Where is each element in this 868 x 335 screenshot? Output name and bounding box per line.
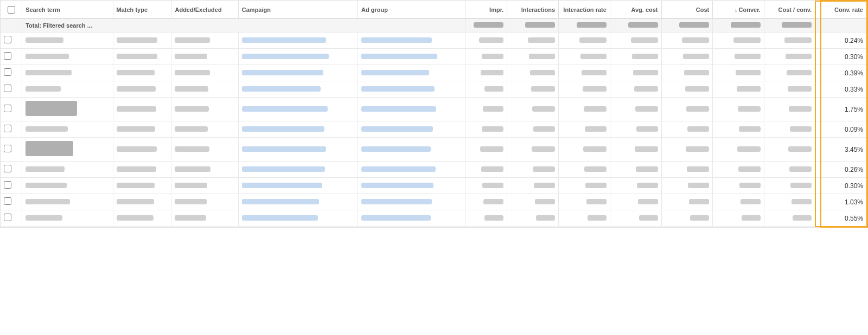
row-match-type	[113, 65, 171, 81]
blur-bar	[533, 166, 555, 172]
row-interaction-rate	[559, 98, 610, 121]
row-check[interactable]	[1, 65, 22, 81]
row-checkbox[interactable]	[4, 165, 11, 172]
header-added-excluded[interactable]: Added/Excluded	[171, 1, 238, 18]
row-checkbox[interactable]	[4, 105, 11, 112]
row-interactions	[507, 49, 559, 65]
blur-bar	[735, 54, 761, 59]
row-avg-cost	[610, 81, 661, 98]
row-interactions	[507, 194, 559, 210]
row-interactions	[507, 162, 559, 178]
blur-bar	[686, 146, 709, 152]
row-checkbox[interactable]	[4, 85, 11, 92]
row-check[interactable]	[1, 98, 22, 121]
row-check[interactable]	[1, 81, 22, 98]
row-conver	[713, 33, 764, 49]
row-cost	[661, 121, 713, 138]
row-campaign	[238, 33, 358, 49]
blur-bar	[685, 86, 709, 92]
header-conv-rate[interactable]: Conv. rate	[815, 1, 867, 18]
row-added-excluded	[171, 210, 238, 227]
header-cost[interactable]: Cost	[661, 1, 713, 18]
header-avg-cost[interactable]: Avg. cost	[610, 1, 661, 18]
row-search-term	[22, 162, 113, 178]
blur-bar	[793, 215, 812, 221]
blur-bar	[25, 37, 63, 43]
table-row: 0.30%	[1, 178, 867, 194]
row-conv-rate: 1.03%	[815, 194, 867, 210]
row-impr	[465, 81, 507, 98]
header-campaign[interactable]: Campaign	[238, 1, 358, 18]
blur-bar	[686, 106, 709, 112]
header-checkbox-cell	[1, 1, 22, 18]
row-impr	[465, 162, 507, 178]
row-check[interactable]	[1, 210, 22, 227]
row-check[interactable]	[1, 121, 22, 138]
row-avg-cost	[610, 194, 661, 210]
blur-bar	[733, 37, 761, 43]
row-ad-group	[358, 194, 465, 210]
header-match-type[interactable]: Match type	[113, 1, 171, 18]
row-search-term	[22, 49, 113, 65]
row-interaction-rate	[559, 81, 610, 98]
row-checkbox[interactable]	[4, 125, 11, 132]
header-search-term[interactable]: Search term	[22, 1, 113, 18]
row-cost-conv	[764, 194, 815, 210]
header-impr[interactable]: Impr.	[465, 1, 507, 18]
row-checkbox[interactable]	[4, 52, 11, 60]
row-check[interactable]	[1, 194, 22, 210]
row-checkbox[interactable]	[4, 145, 11, 152]
row-checkbox[interactable]	[4, 68, 11, 76]
row-check[interactable]	[1, 49, 22, 65]
blur-bar	[738, 166, 761, 172]
row-interaction-rate	[559, 194, 610, 210]
row-avg-cost	[610, 121, 661, 138]
total-interactions	[507, 18, 559, 33]
row-checkbox[interactable]	[4, 197, 11, 205]
blur-bar	[175, 37, 210, 43]
blur-bar	[175, 70, 210, 75]
select-all-checkbox[interactable]	[8, 6, 15, 14]
blur-bar	[481, 166, 503, 172]
total-avg-cost	[610, 18, 661, 33]
header-interactions[interactable]: Interactions	[507, 1, 559, 18]
row-check[interactable]	[1, 138, 22, 162]
blur-bar	[731, 22, 761, 28]
row-ad-group	[358, 210, 465, 227]
row-conver	[713, 98, 764, 121]
blur-bar	[25, 126, 68, 132]
row-check[interactable]	[1, 178, 22, 194]
blur-bar	[117, 199, 154, 204]
row-cost	[661, 65, 713, 81]
blur-bar	[631, 37, 658, 43]
blur-bar	[636, 126, 658, 132]
row-cost	[661, 162, 713, 178]
row-conv-rate: 0.26%	[815, 162, 867, 178]
row-match-type	[113, 33, 171, 49]
row-conver	[713, 81, 764, 98]
row-match-type	[113, 121, 171, 138]
row-checkbox[interactable]	[4, 181, 11, 189]
row-conver	[713, 210, 764, 227]
row-conv-rate: 0.55%	[815, 210, 867, 227]
blur-bar	[175, 199, 207, 204]
row-check[interactable]	[1, 162, 22, 178]
row-cost-conv	[764, 162, 815, 178]
header-ad-group[interactable]: Ad group	[358, 1, 465, 18]
blur-bar	[117, 106, 156, 112]
row-conver	[713, 65, 764, 81]
table-row: 1.75%	[1, 98, 867, 121]
row-checkbox[interactable]	[4, 214, 11, 221]
row-check[interactable]	[1, 33, 22, 49]
header-conver[interactable]: ↓Conver.	[713, 1, 764, 18]
header-cost-conv[interactable]: Cost / conv.	[764, 1, 815, 18]
row-checkbox[interactable]	[4, 36, 11, 43]
blur-bar	[792, 199, 812, 204]
header-interaction-rate[interactable]: Interaction rate	[559, 1, 610, 18]
row-conver	[713, 162, 764, 178]
blur-bar	[633, 70, 658, 75]
row-added-excluded	[171, 33, 238, 49]
row-conv-rate: 3.45%	[815, 138, 867, 162]
row-cost-conv	[764, 65, 815, 81]
row-campaign	[238, 49, 358, 65]
